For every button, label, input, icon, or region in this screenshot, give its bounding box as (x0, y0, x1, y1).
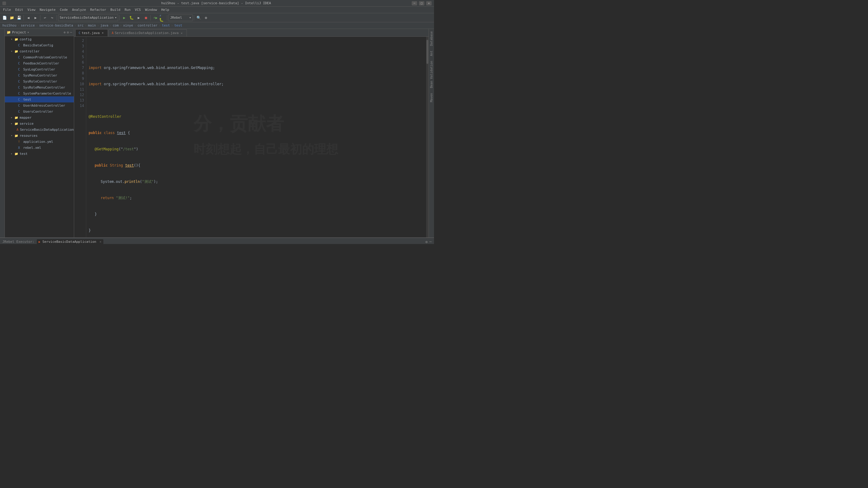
tree-servicebasicdata[interactable]: A ServiceBasicDataApplication (5, 127, 74, 133)
right-sidebar-maven[interactable]: Maven (429, 91, 434, 104)
tree-systemparameter[interactable]: C SystemParameterControlle (5, 90, 74, 96)
toolbar-new[interactable]: 📄 (1, 14, 8, 21)
structure-icon[interactable] (1, 30, 4, 34)
tree-resources[interactable]: ▾ 📁 resources (5, 133, 74, 138)
tree-application-yml[interactable]: Y application.yml (5, 138, 74, 144)
menu-file[interactable]: File (1, 7, 13, 12)
project-selector[interactable]: ServiceBasicDataApplication ▾ (58, 14, 118, 21)
breadcrumb-java[interactable]: java (100, 24, 108, 27)
tree-syslog[interactable]: C SysLogController (5, 66, 74, 72)
toolbar-search[interactable]: 🔍 (195, 14, 202, 21)
toolbar: 📄 📁 💾 ◀ ▶ ↩ ↪ ServiceBasicDataApplicatio… (0, 13, 434, 22)
toolbar-redo[interactable]: ↪ (49, 14, 56, 21)
toolbar-forward[interactable]: ▶ (32, 14, 39, 21)
tree-test[interactable]: C test (5, 96, 74, 102)
tree-basicdataconfig[interactable]: C BasicDataConfig (5, 42, 74, 48)
project-panel: 📁 Project ▾ ⊕ ⚙ ─ ▾ 📁 config C BasicData… (5, 29, 74, 237)
bottom-tab-bar: JRebel Executor: ▶ ServiceBasicDataAppli… (0, 238, 434, 244)
breadcrumb-test-file[interactable]: test (162, 24, 170, 27)
right-sidebar-database[interactable]: Database (429, 29, 434, 48)
code-editor[interactable]: 分，贡献者 时刻想起，自己最初的理想 2 3 4 5 6 7 8 9 10 11… (74, 37, 429, 237)
executor-tab[interactable]: ▶ ServiceBasicDataApplication ✕ (37, 239, 103, 244)
menu-view[interactable]: View (26, 7, 37, 12)
toolbar-settings[interactable]: ⚙ (203, 14, 209, 21)
close-button[interactable]: ✕ (426, 1, 432, 5)
menu-vcs[interactable]: VCS (133, 7, 143, 12)
tab-test-java-label: test.java (82, 31, 100, 35)
right-sidebar-ant[interactable]: Ant (429, 48, 434, 59)
menu-edit[interactable]: Edit (13, 7, 25, 12)
menu-bar: File Edit View Navigate Code Analyze Ref… (0, 7, 434, 13)
menu-build[interactable]: Build (108, 7, 122, 12)
toolbar-jrebel-run[interactable]: ⚡▶ (152, 14, 158, 21)
toolbar-run[interactable]: ▶ (121, 14, 127, 21)
menu-code[interactable]: Code (58, 7, 70, 12)
toolbar-stop[interactable]: ■ (143, 14, 149, 21)
right-sidebar-beanvalidation[interactable]: Bean Validation (429, 59, 434, 90)
tree-sysmenu[interactable]: C SysMenuController (5, 72, 74, 78)
toolbar-jrebel-debug[interactable]: ⚡🐛 (159, 14, 166, 21)
executor-settings-icon[interactable]: ⚙ (426, 240, 428, 244)
breadcrumb-main[interactable]: main (88, 24, 96, 27)
menu-window[interactable]: Window (143, 7, 159, 12)
project-minus-icon[interactable]: ─ (70, 30, 72, 34)
executor-label: JRebel Executor: (2, 240, 34, 244)
project-icon: 📁 (7, 30, 11, 34)
maximize-button[interactable]: □ (419, 1, 424, 5)
toolbar-run-with-coverage[interactable]: ▶ (135, 14, 142, 21)
toolbar-undo[interactable]: ↩ (41, 14, 48, 21)
breadcrumb-service-basicdata[interactable]: service-basicData (39, 24, 73, 27)
bottom-panel: JRebel Executor: ▶ ServiceBasicDataAppli… (0, 237, 434, 244)
code-content[interactable]: import org.springframework.web.bind.anno… (86, 37, 429, 237)
menu-navigate[interactable]: Navigate (38, 7, 58, 12)
tree-feedback[interactable]: C FeedbackController (5, 60, 74, 66)
tree-config[interactable]: ▾ 📁 config (5, 36, 74, 42)
tree-test-folder[interactable]: ▸ 📁 test (5, 151, 74, 157)
breadcrumb-xinye[interactable]: xinye (123, 24, 133, 27)
tab-bar: C test.java ✕ A ServiceBasicDataApplicat… (74, 29, 429, 37)
tree-service[interactable]: ▸ 📁 service (5, 121, 74, 127)
left-icon-bar (0, 29, 5, 237)
tab-servicebasicdata-close[interactable]: ✕ (180, 31, 184, 35)
app-icon (2, 1, 6, 5)
breadcrumb-src[interactable]: src (78, 24, 84, 27)
breadcrumb-test-class[interactable]: test (174, 24, 182, 27)
tree-rebel-xml[interactable]: X rebel.xml (5, 144, 74, 151)
executor-tab-close[interactable]: ✕ (99, 240, 101, 244)
minimize-button[interactable]: ─ (412, 1, 417, 5)
tree-sysrolemenu[interactable]: C SysRoleMenuController (5, 84, 74, 90)
breadcrumb-com[interactable]: com (113, 24, 119, 27)
breadcrumb-huishou[interactable]: huiShou (2, 24, 16, 27)
toolbar-sep7 (194, 15, 194, 21)
toolbar-debug[interactable]: 🐛 (128, 14, 135, 21)
toolbar-back[interactable]: ◀ (25, 14, 32, 21)
project-scope-icon[interactable]: ⊕ (64, 30, 66, 34)
tree-users[interactable]: C UsersController (5, 108, 74, 115)
menu-run[interactable]: Run (123, 7, 132, 12)
menu-refactor[interactable]: Refactor (88, 7, 108, 12)
project-dropdown-icon[interactable]: ▾ (27, 30, 29, 34)
executor-tab-label: ServiceBasicDataApplication (42, 240, 96, 244)
tab-servicebasicdata-icon: A (112, 31, 114, 35)
tab-test-java[interactable]: C test.java ✕ (75, 29, 108, 36)
executor-close-icon[interactable]: ─ (430, 240, 432, 244)
tree-sysrole[interactable]: C SysRoleController (5, 78, 74, 84)
tree-useraddress[interactable]: C UserAddressController (5, 102, 74, 108)
menu-analyze[interactable]: Analyze (70, 7, 88, 12)
tab-servicebasicdata-java[interactable]: A ServiceBasicDataApplication.java ✕ (108, 29, 187, 36)
menu-help[interactable]: Help (159, 7, 171, 12)
tree-commonproblem[interactable]: C CommonProblemControlle (5, 54, 74, 60)
window-controls[interactable]: ─ □ ✕ (412, 1, 432, 5)
breadcrumb-controller[interactable]: controller (137, 24, 157, 27)
toolbar-open[interactable]: 📁 (8, 14, 15, 21)
tree-mapper[interactable]: ▸ 📁 mapper (5, 115, 74, 121)
toolbar-sep4 (119, 15, 120, 21)
tree-controller[interactable]: ▾ 📁 controller (5, 48, 74, 54)
project-gear-icon[interactable]: ⚙ (67, 30, 69, 34)
right-sidebar: Database Ant Bean Validation Maven (429, 29, 434, 237)
toolbar-save[interactable]: 💾 (16, 14, 22, 21)
window-title: huiShou - test.java [service-basicData] … (161, 1, 271, 5)
breadcrumb-service[interactable]: service (21, 24, 35, 27)
jrebel-selector[interactable]: JRebel ▾ (168, 14, 193, 21)
tab-test-java-close[interactable]: ✕ (101, 31, 104, 35)
